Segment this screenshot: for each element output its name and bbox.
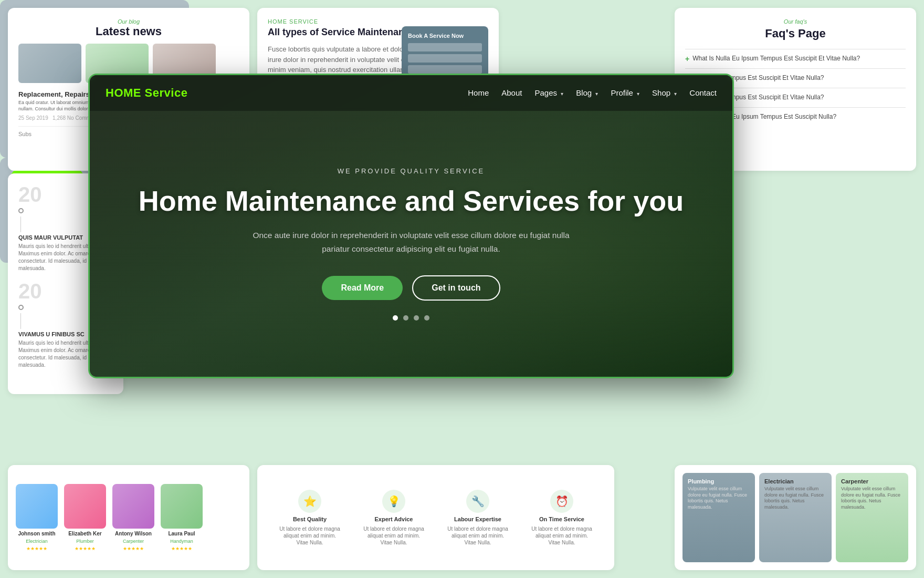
services-icons-card: ⭐ Best Quality Ut labore et dolore magna… [257, 465, 614, 570]
blog-label: Our blog [18, 18, 239, 25]
slider-dots [393, 315, 429, 321]
service-icon-1: ⭐ Best Quality Ut labore et dolore magna… [278, 490, 341, 546]
nav-item-home[interactable]: Home [468, 88, 489, 98]
nav-item-blog[interactable]: Blog ▾ [576, 88, 598, 98]
read-more-button[interactable]: Read More [322, 276, 403, 300]
navbar: HOME Service Home About Pages ▾ Blog ▾ [90, 75, 732, 111]
faq-label: Our faq's [685, 18, 906, 25]
expert-advice-icon: 💡 [382, 490, 405, 513]
service-icon-4: ⏰ On Time Service Ut labore et dolore ma… [530, 490, 593, 546]
workers-card: Plumbing Vulputate velit esse cillum dol… [675, 465, 916, 570]
team-member-4: Laura Paul Handyman ★★★★★ [161, 484, 203, 551]
book-input-1 [408, 43, 482, 51]
worker-2: Electrician Vulputate velit esse cillum … [759, 473, 832, 562]
nav-link-home[interactable]: Home [468, 88, 489, 97]
blog-dropdown-arrow: ▾ [595, 91, 598, 97]
hero-buttons: Read More Get in touch [322, 275, 500, 301]
blog-title: Latest news [18, 25, 239, 38]
hero-title: Home Maintenance and Services for you [139, 184, 684, 217]
dot-3[interactable] [414, 315, 419, 321]
avatar-2 [64, 484, 106, 529]
nav-link-blog[interactable]: Blog ▾ [576, 88, 598, 97]
avatar-4 [161, 484, 203, 529]
pages-dropdown-arrow: ▾ [561, 91, 563, 97]
hero-description: Once aute irure dolor in reprehenderit i… [248, 229, 574, 255]
worker-3: Carpenter Vulputate velit esse cillum do… [836, 473, 908, 562]
service-icon-2: 💡 Expert Advice Ut labore et dolore magn… [362, 490, 425, 546]
get-in-touch-button[interactable]: Get in touch [412, 275, 500, 301]
team-member-2: Elizabeth Ker Plumber ★★★★★ [64, 484, 106, 551]
book-title: Book A Service Now [408, 33, 482, 39]
nav-brand: HOME Service [106, 86, 187, 100]
hero-content: WE PROVIDE QUALITY SERVICE Home Maintena… [90, 111, 732, 377]
nav-item-contact[interactable]: Contact [689, 88, 717, 98]
avatar-1 [16, 484, 58, 529]
nav-link-profile[interactable]: Profile ▾ [611, 88, 639, 97]
nav-item-profile[interactable]: Profile ▾ [611, 88, 639, 98]
dot-4[interactable] [424, 315, 429, 321]
team-member-1: Johnson smith Electrician ★★★★★ [16, 484, 58, 551]
nav-link-about[interactable]: About [501, 88, 522, 97]
on-time-icon: ⏰ [550, 490, 573, 513]
worker-1: Plumbing Vulputate velit esse cillum dol… [682, 473, 755, 562]
best-quality-icon: ⭐ [298, 490, 321, 513]
service-icon-3: 🔧 Labour Expertise Ut labore et dolore m… [446, 490, 509, 546]
nav-link-contact[interactable]: Contact [689, 88, 717, 97]
book-input-2 [408, 54, 482, 63]
nav-link-pages[interactable]: Pages ▾ [534, 88, 563, 97]
nav-item-shop[interactable]: Shop ▾ [652, 88, 677, 98]
faq-title: Faq's Page [685, 27, 906, 40]
avatar-3 [112, 484, 154, 529]
faq-item-1: + What Is Nulla Eu Ipsum Tempus Est Susc… [685, 49, 906, 68]
nav-item-pages[interactable]: Pages ▾ [534, 88, 563, 98]
nav-item-about[interactable]: About [501, 88, 522, 98]
nav-link-shop[interactable]: Shop ▾ [652, 88, 677, 97]
service-label: HOME SERVICE [268, 18, 488, 25]
blog-img-1 [18, 44, 81, 83]
shop-dropdown-arrow: ▾ [674, 91, 677, 97]
team-card: Johnson smith Electrician ★★★★★ Elizabet… [8, 465, 249, 570]
book-input-3 [408, 65, 482, 74]
labour-expertise-icon: 🔧 [466, 490, 489, 513]
dot-1[interactable] [393, 315, 398, 321]
nav-links: Home About Pages ▾ Blog ▾ Profile [468, 88, 717, 98]
main-modal: HOME Service Home About Pages ▾ Blog ▾ [88, 74, 734, 378]
hero-subtitle: WE PROVIDE QUALITY SERVICE [338, 167, 485, 175]
team-member-3: Antony Wilson Carpenter ★★★★★ [112, 484, 154, 551]
dot-2[interactable] [403, 315, 408, 321]
profile-dropdown-arrow: ▾ [637, 91, 639, 97]
